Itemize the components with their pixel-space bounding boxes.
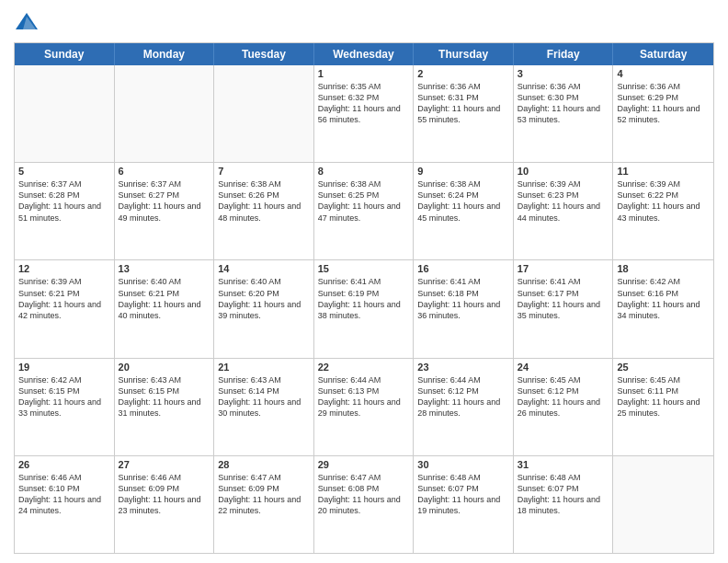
calendar-cell-day-19: 19Sunrise: 6:42 AM Sunset: 6:15 PM Dayli… (15, 359, 115, 455)
calendar-cell-day-3: 3Sunrise: 6:36 AM Sunset: 6:30 PM Daylig… (514, 65, 614, 162)
day-info: Sunrise: 6:35 AM Sunset: 6:32 PM Dayligh… (318, 81, 410, 126)
header (14, 9, 714, 35)
day-info: Sunrise: 6:48 AM Sunset: 6:07 PM Dayligh… (518, 472, 609, 517)
day-info: Sunrise: 6:41 AM Sunset: 6:17 PM Dayligh… (518, 276, 609, 321)
day-info: Sunrise: 6:43 AM Sunset: 6:15 PM Dayligh… (119, 374, 210, 419)
calendar-cell-day-24: 24Sunrise: 6:45 AM Sunset: 6:12 PM Dayli… (514, 359, 614, 455)
calendar-cell-day-30: 30Sunrise: 6:48 AM Sunset: 6:07 PM Dayli… (414, 456, 514, 553)
day-info: Sunrise: 6:46 AM Sunset: 6:10 PM Dayligh… (18, 472, 110, 517)
calendar-cell-day-1: 1Sunrise: 6:35 AM Sunset: 6:32 PM Daylig… (314, 65, 415, 162)
weekday-header-thursday: Thursday (414, 43, 514, 65)
day-info: Sunrise: 6:41 AM Sunset: 6:19 PM Dayligh… (318, 276, 410, 321)
day-info: Sunrise: 6:39 AM Sunset: 6:22 PM Dayligh… (617, 178, 710, 224)
logo-icon (14, 9, 40, 35)
day-number: 6 (119, 166, 210, 177)
calendar-cell-day-23: 23Sunrise: 6:44 AM Sunset: 6:12 PM Dayli… (414, 359, 514, 455)
calendar-cell-day-8: 8Sunrise: 6:38 AM Sunset: 6:25 PM Daylig… (314, 163, 415, 259)
day-number: 11 (617, 166, 710, 177)
day-info: Sunrise: 6:37 AM Sunset: 6:27 PM Dayligh… (119, 178, 210, 224)
day-info: Sunrise: 6:37 AM Sunset: 6:28 PM Dayligh… (18, 178, 110, 224)
day-info: Sunrise: 6:36 AM Sunset: 6:30 PM Dayligh… (518, 81, 609, 126)
day-number: 25 (617, 362, 710, 373)
calendar-cell-day-15: 15Sunrise: 6:41 AM Sunset: 6:19 PM Dayli… (314, 260, 415, 357)
weekday-header-sunday: Sunday (15, 43, 115, 65)
day-info: Sunrise: 6:39 AM Sunset: 6:21 PM Dayligh… (18, 276, 110, 321)
day-number: 18 (617, 263, 710, 274)
calendar-body: 1Sunrise: 6:35 AM Sunset: 6:32 PM Daylig… (15, 65, 713, 553)
calendar-cell-day-6: 6Sunrise: 6:37 AM Sunset: 6:27 PM Daylig… (115, 163, 215, 259)
day-number: 22 (318, 362, 410, 373)
day-info: Sunrise: 6:44 AM Sunset: 6:12 PM Dayligh… (417, 374, 509, 419)
weekday-header-friday: Friday (514, 43, 614, 65)
calendar-cell-day-7: 7Sunrise: 6:38 AM Sunset: 6:26 PM Daylig… (214, 163, 314, 259)
day-info: Sunrise: 6:47 AM Sunset: 6:08 PM Dayligh… (318, 472, 410, 517)
day-number: 30 (417, 459, 509, 470)
day-number: 9 (417, 166, 509, 177)
day-number: 3 (518, 68, 609, 79)
weekday-header-monday: Monday (115, 43, 215, 65)
day-info: Sunrise: 6:46 AM Sunset: 6:09 PM Dayligh… (119, 472, 210, 517)
day-number: 15 (318, 263, 410, 274)
day-info: Sunrise: 6:47 AM Sunset: 6:09 PM Dayligh… (218, 472, 310, 517)
day-number: 8 (318, 166, 410, 177)
weekday-header-tuesday: Tuesday (214, 43, 314, 65)
day-number: 5 (18, 166, 110, 177)
day-info: Sunrise: 6:48 AM Sunset: 6:07 PM Dayligh… (417, 472, 509, 517)
weekday-header-wednesday: Wednesday (314, 43, 415, 65)
calendar-cell-day-20: 20Sunrise: 6:43 AM Sunset: 6:15 PM Dayli… (115, 359, 215, 455)
day-number: 13 (119, 263, 210, 274)
day-number: 31 (518, 459, 609, 470)
day-number: 2 (417, 68, 509, 79)
calendar-cell-day-2: 2Sunrise: 6:36 AM Sunset: 6:31 PM Daylig… (414, 65, 514, 162)
day-number: 24 (518, 362, 609, 373)
day-number: 7 (218, 166, 310, 177)
calendar-row-1: 5Sunrise: 6:37 AM Sunset: 6:28 PM Daylig… (15, 163, 713, 260)
calendar-cell-day-11: 11Sunrise: 6:39 AM Sunset: 6:22 PM Dayli… (613, 163, 713, 259)
calendar-cell-day-18: 18Sunrise: 6:42 AM Sunset: 6:16 PM Dayli… (613, 260, 713, 357)
calendar-cell-day-4: 4Sunrise: 6:36 AM Sunset: 6:29 PM Daylig… (613, 65, 713, 162)
calendar-cell-day-16: 16Sunrise: 6:41 AM Sunset: 6:18 PM Dayli… (414, 260, 514, 357)
calendar-cell-day-9: 9Sunrise: 6:38 AM Sunset: 6:24 PM Daylig… (414, 163, 514, 259)
calendar-cell-empty (214, 65, 314, 162)
day-info: Sunrise: 6:45 AM Sunset: 6:12 PM Dayligh… (518, 374, 609, 419)
page: SundayMondayTuesdayWednesdayThursdayFrid… (0, 0, 728, 563)
calendar-cell-day-27: 27Sunrise: 6:46 AM Sunset: 6:09 PM Dayli… (115, 456, 215, 553)
day-number: 14 (218, 263, 310, 274)
calendar-cell-day-22: 22Sunrise: 6:44 AM Sunset: 6:13 PM Dayli… (314, 359, 415, 455)
calendar: SundayMondayTuesdayWednesdayThursdayFrid… (14, 42, 714, 554)
calendar-cell-day-13: 13Sunrise: 6:40 AM Sunset: 6:21 PM Dayli… (115, 260, 215, 357)
calendar-row-4: 26Sunrise: 6:46 AM Sunset: 6:10 PM Dayli… (15, 456, 713, 553)
day-number: 4 (617, 68, 710, 79)
day-info: Sunrise: 6:38 AM Sunset: 6:25 PM Dayligh… (318, 178, 410, 224)
calendar-header: SundayMondayTuesdayWednesdayThursdayFrid… (15, 43, 713, 65)
day-number: 1 (318, 68, 410, 79)
calendar-row-0: 1Sunrise: 6:35 AM Sunset: 6:32 PM Daylig… (15, 65, 713, 163)
calendar-cell-day-26: 26Sunrise: 6:46 AM Sunset: 6:10 PM Dayli… (15, 456, 115, 553)
day-number: 19 (18, 362, 110, 373)
calendar-row-3: 19Sunrise: 6:42 AM Sunset: 6:15 PM Dayli… (15, 359, 713, 456)
day-info: Sunrise: 6:42 AM Sunset: 6:16 PM Dayligh… (617, 276, 710, 321)
day-info: Sunrise: 6:38 AM Sunset: 6:24 PM Dayligh… (417, 178, 509, 224)
day-info: Sunrise: 6:41 AM Sunset: 6:18 PM Dayligh… (417, 276, 509, 321)
day-number: 28 (218, 459, 310, 470)
day-info: Sunrise: 6:40 AM Sunset: 6:21 PM Dayligh… (119, 276, 210, 321)
day-info: Sunrise: 6:38 AM Sunset: 6:26 PM Dayligh… (218, 178, 310, 224)
calendar-cell-day-31: 31Sunrise: 6:48 AM Sunset: 6:07 PM Dayli… (514, 456, 614, 553)
calendar-cell-empty (115, 65, 215, 162)
day-info: Sunrise: 6:42 AM Sunset: 6:15 PM Dayligh… (18, 374, 110, 419)
day-info: Sunrise: 6:45 AM Sunset: 6:11 PM Dayligh… (617, 374, 710, 419)
calendar-row-2: 12Sunrise: 6:39 AM Sunset: 6:21 PM Dayli… (15, 260, 713, 358)
day-number: 10 (518, 166, 609, 177)
day-info: Sunrise: 6:43 AM Sunset: 6:14 PM Dayligh… (218, 374, 310, 419)
calendar-cell-day-25: 25Sunrise: 6:45 AM Sunset: 6:11 PM Dayli… (613, 359, 713, 455)
weekday-header-saturday: Saturday (613, 43, 713, 65)
calendar-cell-day-21: 21Sunrise: 6:43 AM Sunset: 6:14 PM Dayli… (214, 359, 314, 455)
calendar-cell-day-29: 29Sunrise: 6:47 AM Sunset: 6:08 PM Dayli… (314, 456, 415, 553)
calendar-cell-day-5: 5Sunrise: 6:37 AM Sunset: 6:28 PM Daylig… (15, 163, 115, 259)
day-number: 21 (218, 362, 310, 373)
calendar-cell-day-14: 14Sunrise: 6:40 AM Sunset: 6:20 PM Dayli… (214, 260, 314, 357)
day-number: 26 (18, 459, 110, 470)
day-number: 16 (417, 263, 509, 274)
logo (14, 9, 43, 35)
day-number: 17 (518, 263, 609, 274)
